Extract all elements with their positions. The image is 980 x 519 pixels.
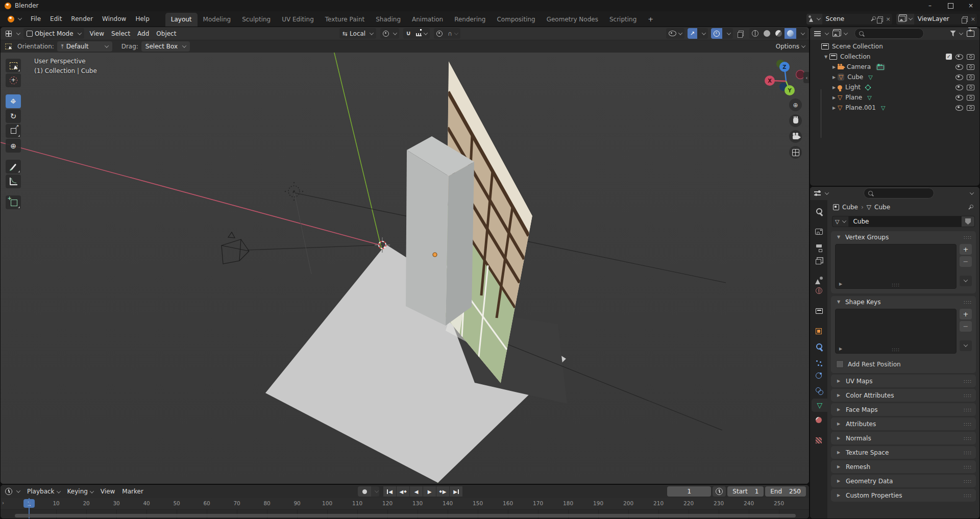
panel-custom-properties[interactable]: ▶Custom Properties:::: — [831, 489, 976, 502]
current-frame-field[interactable]: 1 — [667, 486, 711, 497]
xray-toggle[interactable] — [736, 28, 746, 39]
start-frame-field[interactable]: Start1 — [727, 486, 764, 497]
keying-dropdown[interactable] — [371, 486, 379, 497]
item-label[interactable]: Light — [845, 84, 861, 91]
panel-texture-space[interactable]: ▶Texture Space:::: — [831, 446, 976, 459]
show-overlays-toggle[interactable] — [711, 28, 722, 39]
panel-face-maps[interactable]: ▶Face Maps:::: — [831, 403, 976, 416]
disclosure-icon[interactable]: ▼ — [822, 55, 829, 59]
viewport-menu-view[interactable]: View — [86, 29, 108, 39]
panel-grip[interactable]: :::: — [964, 464, 972, 469]
shading-solid-button[interactable] — [761, 28, 773, 39]
vertex-groups-panel-header[interactable]: ▼Vertex Groups:::: — [831, 231, 976, 243]
remove-view-layer-icon[interactable]: × — [969, 16, 977, 22]
mode-dropdown[interactable]: Object Mode — [23, 28, 84, 39]
timeline-scrollbar[interactable] — [15, 514, 796, 517]
ortho-toggle-button[interactable] — [789, 146, 802, 159]
tab-modeling[interactable]: Modeling — [198, 13, 237, 27]
breadcrumb-data[interactable]: Cube — [874, 204, 890, 211]
tab-layout[interactable]: Layout — [165, 13, 198, 27]
editor-type-button[interactable] — [813, 188, 829, 199]
show-gizmo-toggle[interactable]: ↗ — [688, 28, 697, 39]
pin-icon[interactable] — [870, 16, 875, 21]
view-layer-selector[interactable]: ViewLayer × — [896, 14, 977, 24]
breadcrumb-object[interactable]: Cube — [842, 204, 858, 211]
viewport-menu-select[interactable]: Select — [108, 29, 134, 39]
proportional-edit-toggle[interactable] — [434, 28, 445, 39]
list-expand-icon[interactable]: ▶ — [839, 347, 842, 351]
disable-in-renders-toggle[interactable] — [967, 85, 974, 90]
properties-options-dropdown[interactable] — [970, 190, 974, 194]
tool-scale[interactable] — [6, 124, 21, 138]
options-dropdown[interactable]: Options — [776, 43, 805, 50]
viewport-menu-object[interactable]: Object — [153, 29, 180, 39]
show-hide-dropdown[interactable] — [666, 28, 684, 39]
browse-mesh-dropdown[interactable]: ▽ — [832, 216, 848, 227]
editor-type-button[interactable] — [4, 28, 21, 39]
viewport-menu-add[interactable]: Add — [134, 29, 153, 39]
tab-uv-editing[interactable]: UV Editing — [276, 13, 320, 27]
panel-grip[interactable]: :::: — [964, 379, 972, 384]
item-label[interactable]: Scene Collection — [832, 43, 883, 50]
panel-attributes[interactable]: ▶Attributes:::: — [831, 417, 976, 430]
panel-grip[interactable]: :::: — [964, 300, 972, 305]
next-keyframe-button[interactable]: ◆▶ — [436, 486, 449, 497]
remove-vertex-group-button[interactable]: − — [960, 256, 972, 267]
panel-grip[interactable]: :::: — [964, 393, 972, 398]
timeline-menu-marker[interactable]: Marker — [118, 486, 146, 497]
app-menu-button[interactable] — [3, 14, 26, 24]
hide-in-viewport-toggle[interactable] — [955, 54, 963, 60]
jump-end-button[interactable]: ▶ — [450, 486, 462, 497]
shape-key-specials-button[interactable] — [960, 340, 972, 351]
minimize-button[interactable]: – — [921, 0, 939, 11]
collection-checkbox[interactable]: ✓ — [946, 54, 952, 60]
vertex-group-specials-button[interactable] — [960, 276, 972, 286]
shape-keys-panel-header[interactable]: ▼Shape Keys:::: — [831, 296, 976, 308]
outliner-row-scene collection[interactable]: Scene Collection — [810, 41, 979, 52]
properties-search[interactable] — [864, 188, 934, 199]
properties-tab-constraints[interactable] — [811, 384, 826, 397]
camera-object[interactable] — [222, 232, 249, 264]
new-view-layer-icon[interactable] — [963, 16, 968, 22]
object-origin-dot[interactable] — [433, 253, 437, 257]
snap-target-dropdown[interactable] — [413, 28, 430, 39]
outliner-row-camera[interactable]: ▶Camera — [810, 62, 979, 72]
drag-dropdown[interactable]: Select Box — [141, 41, 190, 52]
shading-wireframe-button[interactable] — [749, 28, 761, 39]
orientation-dropdown[interactable]: ⤒Default — [57, 41, 112, 52]
properties-tab-world[interactable] — [811, 284, 826, 297]
outliner-row-plane[interactable]: ▶▽Plane▽ — [810, 92, 979, 103]
outliner-row-plane-001[interactable]: ▶▽Plane.001▽ — [810, 103, 979, 113]
list-resize-grip[interactable]: :::: — [892, 282, 900, 287]
cube-mesh[interactable] — [406, 136, 474, 326]
transform-orientation-dropdown[interactable]: ⇆Local — [339, 28, 376, 39]
remove-shape-key-button[interactable]: − — [960, 321, 972, 332]
close-button[interactable]: × — [962, 0, 980, 11]
overlays-dropdown[interactable] — [722, 28, 733, 39]
hide-in-viewport-toggle[interactable] — [955, 105, 963, 111]
maximize-button[interactable] — [941, 0, 960, 11]
outliner-row-collection[interactable]: ▼Collection✓ — [810, 52, 979, 62]
tool-measure[interactable] — [6, 175, 21, 188]
properties-tab-tool[interactable] — [811, 204, 826, 217]
item-label[interactable]: Collection — [840, 53, 870, 60]
tool-select-box[interactable] — [6, 59, 21, 72]
shading-rendered-button[interactable] — [785, 28, 796, 39]
proportional-falloff-dropdown[interactable]: ∩ — [445, 28, 460, 39]
disclosure-icon[interactable]: ▶ — [830, 75, 838, 80]
tool-rotate[interactable]: ↻ — [6, 109, 21, 123]
new-collection-button[interactable] — [965, 31, 976, 37]
outliner-search[interactable] — [854, 28, 924, 39]
panel-normals[interactable]: ▶Normals:::: — [831, 432, 976, 444]
add-shape-key-button[interactable]: + — [960, 309, 972, 319]
properties-tab-collection[interactable] — [811, 304, 826, 317]
jump-start-button[interactable]: ◀ — [383, 486, 396, 497]
properties-tab-view-layer[interactable] — [811, 254, 826, 267]
menu-window[interactable]: Window — [97, 13, 131, 24]
panel-grip[interactable]: :::: — [964, 235, 972, 240]
tab-shading[interactable]: Shading — [370, 13, 406, 27]
vertex-groups-list[interactable]: ▶ :::: — [835, 244, 957, 289]
properties-tab-object-data[interactable]: ▽ — [812, 399, 828, 412]
mesh-name-field[interactable]: Cube — [848, 216, 962, 227]
menu-help[interactable]: Help — [131, 13, 154, 24]
